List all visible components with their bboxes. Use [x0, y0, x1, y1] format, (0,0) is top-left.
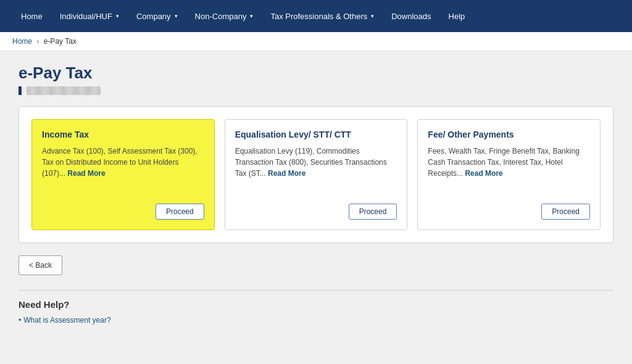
breadcrumb-home-link[interactable]: Home	[12, 37, 32, 46]
equalisation-levy-card: Equalisation Levy/ STT/ CTT Equalisation…	[225, 119, 408, 230]
payment-cards-container: Income Tax Advance Tax (100), Self Asses…	[19, 106, 613, 243]
equalisation-levy-proceed-button[interactable]: Proceed	[349, 204, 397, 220]
chevron-down-icon: ▾	[371, 13, 374, 19]
fee-other-card-title: Fee/ Other Payments	[428, 130, 590, 139]
fee-other-card: Fee/ Other Payments Fees, Wealth Tax, Fr…	[417, 119, 601, 230]
income-tax-card-desc: Advance Tax (100), Self Assessment Tax (…	[42, 146, 204, 179]
nav-non-company[interactable]: Non-Company ▾	[186, 0, 262, 32]
help-link-assessment-year[interactable]: What is Assessment year?	[19, 316, 613, 325]
breadcrumb-separator: ›	[36, 37, 39, 46]
income-tax-read-more[interactable]: Read More	[67, 169, 105, 178]
equalisation-levy-card-title: Equalisation Levy/ STT/ CTT	[235, 130, 397, 139]
nav-downloads[interactable]: Downloads	[383, 0, 439, 32]
chevron-down-icon: ▾	[116, 13, 119, 19]
equalisation-levy-read-more[interactable]: Read More	[268, 169, 306, 178]
nav-tax-professionals[interactable]: Tax Professionals & Others ▾	[262, 0, 383, 32]
nav-company[interactable]: Company ▾	[128, 0, 186, 32]
income-tax-card-title: Income Tax	[42, 130, 204, 139]
income-tax-proceed-button[interactable]: Proceed	[156, 204, 204, 220]
fee-other-card-desc: Fees, Wealth Tax, Fringe Benefit Tax, Ba…	[428, 146, 590, 179]
user-info-blurred	[27, 86, 101, 95]
main-nav: Home Individual/HUF ▾ Company ▾ Non-Comp…	[0, 0, 632, 32]
page-title: e-Pay Tax	[19, 64, 613, 83]
chevron-down-icon: ▾	[175, 13, 178, 19]
nav-help[interactable]: Help	[440, 0, 474, 32]
nav-home[interactable]: Home	[12, 0, 51, 32]
fee-other-read-more[interactable]: Read More	[465, 169, 502, 178]
breadcrumb-current: e-Pay Tax	[44, 37, 77, 46]
breadcrumb: Home › e-Pay Tax	[0, 32, 632, 51]
equalisation-levy-card-desc: Equalisation Levy (119), Commodities Tra…	[235, 146, 397, 179]
help-section: Need Help? What is Assessment year?	[19, 290, 613, 325]
user-info-bar	[19, 86, 613, 95]
chevron-down-icon: ▾	[250, 13, 253, 19]
user-bar-accent	[19, 86, 22, 95]
income-tax-card: Income Tax Advance Tax (100), Self Asses…	[31, 119, 215, 230]
back-button[interactable]: < Back	[19, 255, 62, 275]
fee-other-proceed-button[interactable]: Proceed	[541, 204, 590, 220]
nav-individual-huf[interactable]: Individual/HUF ▾	[51, 0, 128, 32]
help-title: Need Help?	[19, 299, 613, 310]
